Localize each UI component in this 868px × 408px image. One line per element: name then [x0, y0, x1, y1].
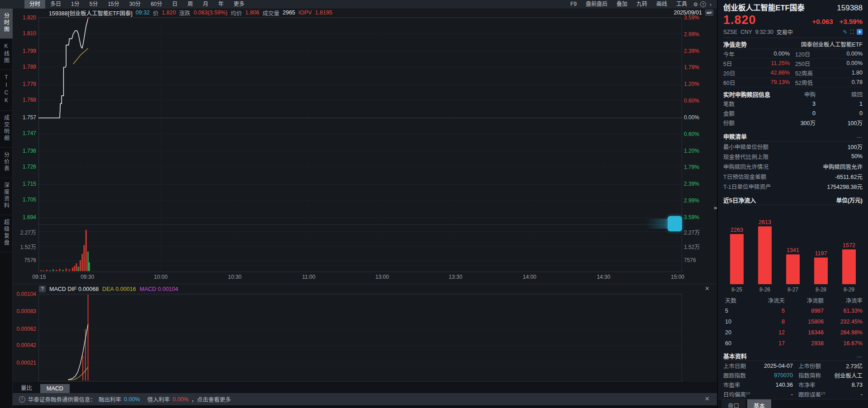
flow-table-cell: 8: [746, 319, 785, 325]
flow-table-cell: 61.33%: [824, 308, 863, 314]
flow-table-header-cell: 净流额: [785, 296, 824, 305]
avg-label: 均价: [231, 9, 242, 17]
flow-bar-group: 15728-29: [836, 208, 862, 294]
flow-bar-value: 2263: [730, 227, 743, 233]
sidebar-item-K线图[interactable]: K线图: [0, 39, 13, 70]
help-icon[interactable]: ?: [700, 1, 706, 7]
left-sidebar: 分时图K线图TICK成交明细分价表深度资料超级复盘: [0, 9, 13, 408]
gear-icon[interactable]: ⚙: [692, 1, 699, 8]
notice-more-link[interactable]: ，点击查看更多: [191, 395, 231, 403]
period-tabs: 分时多日1分5分15分30分60分日周月年更多: [24, 0, 250, 9]
sidebar-item-成交明细[interactable]: 成交明细: [0, 111, 13, 148]
screenshot-icon[interactable]: ⛶: [850, 29, 854, 35]
right-quote-panel: 创业板人工智能ETF国泰 159388 1.820 +0.063 +3.59% …: [717, 0, 868, 408]
menu-item-叠加[interactable]: 叠加: [612, 0, 631, 9]
sidebar-item-TICK[interactable]: TICK: [0, 70, 13, 111]
help-icon[interactable]: ?: [39, 286, 46, 292]
creation-list-section: 申赎清单 … 最小申赎单位份额100万现金替代比例上限50%申购赎回允许情况申购…: [718, 131, 868, 191]
notice-text: 华泰证券融券通供需信息：: [28, 395, 96, 403]
price-label: 价: [153, 9, 159, 17]
creation-row: 最小申赎单位份额100万: [723, 141, 863, 151]
flow-table-cell: 8987: [785, 308, 824, 314]
nav-row: 20日42.86%52周高1.80: [723, 68, 863, 78]
flow-bar-group: 11978-28: [808, 208, 834, 294]
volume-value: 2965: [283, 9, 295, 16]
flow-table-cell: 2938: [785, 340, 824, 347]
period-tab-年[interactable]: 年: [213, 0, 229, 9]
tab-macd[interactable]: MACD: [40, 384, 70, 393]
sidebar-item-分价表[interactable]: 分价表: [0, 148, 13, 178]
period-tab-多日[interactable]: 多日: [45, 0, 66, 9]
edit-icon[interactable]: ✎: [843, 29, 848, 35]
period-tab-更多[interactable]: 更多: [229, 0, 250, 9]
price-value: 1.820: [162, 9, 176, 16]
indicator-tabs: 量比 MACD: [13, 382, 717, 393]
period-tab-30分[interactable]: 30分: [124, 0, 146, 9]
currency: CNY: [740, 29, 752, 35]
iopv-value: 1.8195: [315, 9, 332, 16]
panel-tabs: 盘口 基本: [718, 399, 868, 408]
quote-time: 9:32:30: [755, 29, 773, 35]
flow-table-cell: 16.67%: [824, 340, 863, 347]
flow-bar-date: 8-25: [731, 286, 742, 294]
trading-terminal: 分时多日1分5分15分30分60分日周月年更多 F9盘前盘后叠加九转画线工具⚙?…: [0, 0, 868, 408]
flow-bar-date: 8-29: [844, 286, 854, 294]
period-tab-周[interactable]: 周: [183, 0, 198, 9]
flow-bar-value: 1341: [787, 247, 799, 253]
flow-table-header-cell: 净流天: [746, 296, 785, 305]
creation-row: 申购赎回允许情况申购赎回皆允许: [723, 161, 863, 171]
chevron-right-icon[interactable]: ›: [707, 1, 714, 8]
period-tab-5分[interactable]: 5分: [85, 0, 103, 9]
basic-more-button[interactable]: …: [857, 352, 863, 359]
price-change-pct: +3.59%: [840, 18, 863, 25]
tab-pankou[interactable]: 盘口: [721, 399, 745, 408]
flow-table-row: 10815806232.45%: [723, 316, 863, 327]
sidebar-item-深度资料[interactable]: 深度资料: [0, 178, 13, 215]
flow-table-header-cell: 净流率: [824, 296, 863, 305]
flow-table-cell: 60: [723, 340, 746, 347]
macd-header: ? MACD DIF 0.00068 DEA 0.00016 MACD 0.00…: [13, 284, 717, 294]
sidebar-item-超级复盘[interactable]: 超级复盘: [0, 215, 13, 252]
flow-section: 近5日净流入 单位(万元) 22638-2526138-2613418-2711…: [718, 195, 868, 349]
nav-row: 60日79.13%52周低0.78: [723, 78, 863, 87]
margin-notice-bar: ! 华泰证券融券通供需信息： 融出利率 0.00% 借入利率 0.00% ，点击…: [13, 393, 717, 405]
menu-item-工具[interactable]: 工具: [672, 0, 691, 9]
close-macd-icon[interactable]: ✕: [705, 285, 710, 292]
tab-liangbi[interactable]: 量比: [14, 382, 38, 393]
period-tab-60分[interactable]: 60分: [146, 0, 167, 9]
basic-info-section: 基本资料 … 上市日期2025-04-07上市份额2.73亿跟踪指数970070…: [718, 351, 868, 399]
avg-value: 1.806: [245, 9, 259, 16]
menu-item-画线[interactable]: 画线: [652, 0, 671, 9]
panel-expand-handle[interactable]: »: [714, 204, 717, 211]
period-tab-分时[interactable]: 分时: [24, 0, 45, 9]
creation-row: T-1日单位申赎资产1754298.38元: [723, 181, 863, 191]
menu-item-盘前盘后[interactable]: 盘前盘后: [582, 0, 612, 9]
period-tab-月[interactable]: 月: [198, 0, 213, 9]
trade-date: 2025/09/01: [674, 9, 702, 16]
flow-table-header-cell: 天数: [723, 296, 746, 305]
last-price: 1.820: [723, 13, 756, 27]
sidebar-item-分时图[interactable]: 分时图: [0, 9, 13, 39]
period-tab-15分[interactable]: 15分: [103, 0, 124, 9]
flow-bar: [730, 234, 744, 284]
col-redeem: 赎回: [816, 90, 863, 98]
col-subscribe: 申购: [778, 90, 816, 98]
more-button[interactable]: …: [857, 133, 863, 139]
flow-bar-group: 13418-27: [780, 208, 806, 294]
flow-bar-value: 1572: [843, 242, 855, 249]
period-tab-1分[interactable]: 1分: [66, 0, 85, 9]
quote-header: 创业板人工智能ETF国泰 159388 1.820 +0.063 +3.59% …: [718, 0, 868, 39]
flow-unit: 单位(万元): [836, 196, 863, 204]
realtime-row: 金额00: [723, 108, 863, 118]
menu-item-九转[interactable]: 九转: [632, 0, 651, 9]
add-icon[interactable]: +: [857, 29, 863, 35]
creation-title: 申赎清单: [723, 132, 747, 141]
iopv-label: IOPV: [299, 9, 312, 16]
info-icon: !: [19, 396, 25, 403]
tab-basic[interactable]: 基本: [747, 399, 771, 408]
period-tab-日[interactable]: 日: [167, 0, 182, 9]
in-rate-label: 借入利率: [147, 395, 170, 403]
close-notice-icon[interactable]: ✕: [705, 395, 710, 402]
flow-table-header: 天数净流天净流额净流率: [723, 295, 863, 305]
menu-item-F9[interactable]: F9: [566, 0, 581, 9]
